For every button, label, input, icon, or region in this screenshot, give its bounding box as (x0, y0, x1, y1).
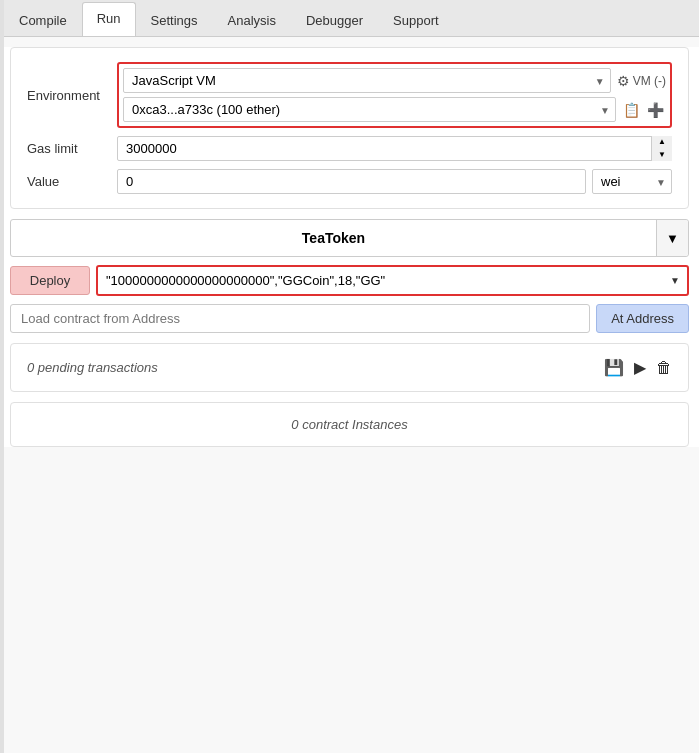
pending-row: 0 pending transactions 💾 ▶ 🗑 (27, 358, 672, 377)
deploy-args-input[interactable] (98, 267, 663, 294)
deploy-args-dropdown[interactable]: ▼ (663, 275, 687, 286)
trash-icon: 🗑 (656, 359, 672, 376)
load-address-input[interactable] (10, 304, 590, 333)
account-row: 0xca3...a733c (100 ether) ▼ 📋 ➕ (123, 97, 666, 122)
tab-support[interactable]: Support (378, 4, 454, 36)
pending-section: 0 pending transactions 💾 ▶ 🗑 (10, 343, 689, 392)
value-label: Value (27, 174, 117, 189)
value-unit-wrapper: wei gwei finney ether ▼ (592, 169, 672, 194)
vm-label: ⚙ VM (-) (617, 73, 666, 89)
contract-section: TeaToken ▼ Deploy ▼ At Address (10, 219, 689, 333)
contract-dropdown-button[interactable]: ▼ (656, 220, 688, 256)
pending-actions: 💾 ▶ 🗑 (604, 358, 672, 377)
contract-dropdown-icon: ▼ (666, 231, 679, 246)
tab-run[interactable]: Run (82, 2, 136, 36)
tab-compile[interactable]: Compile (4, 4, 82, 36)
gas-limit-label: Gas limit (27, 141, 117, 156)
environment-select[interactable]: JavaScript VM Injected Web3 Web3 Provide… (123, 68, 611, 93)
gas-limit-decrement[interactable]: ▼ (652, 149, 672, 162)
at-address-button[interactable]: At Address (596, 304, 689, 333)
copy-account-button[interactable]: 📋 (620, 99, 642, 121)
tab-debugger[interactable]: Debugger (291, 4, 378, 36)
value-row: Value wei gwei finney ether ▼ (27, 169, 672, 194)
contract-selector: TeaToken ▼ (10, 219, 689, 257)
deploy-args-wrapper: ▼ (96, 265, 689, 296)
save-icon: 💾 (604, 359, 624, 376)
env-row: JavaScript VM Injected Web3 Web3 Provide… (123, 68, 666, 93)
gas-spinners: ▲ ▼ (651, 136, 672, 161)
environment-select-wrapper: JavaScript VM Injected Web3 Web3 Provide… (123, 68, 611, 93)
gas-input-wrapper: ▲ ▼ (117, 136, 672, 161)
gas-limit-increment[interactable]: ▲ (652, 136, 672, 149)
deploy-row: Deploy ▼ (10, 265, 689, 296)
instances-section: 0 contract Instances (10, 402, 689, 447)
tab-settings[interactable]: Settings (136, 4, 213, 36)
vm-label-text: VM (-) (633, 74, 666, 88)
gear-icon: ⚙ (617, 73, 630, 89)
tab-analysis[interactable]: Analysis (213, 4, 291, 36)
contract-name: TeaToken (11, 222, 656, 254)
environment-row: Environment JavaScript VM Injected Web3 … (27, 62, 672, 128)
run-transactions-button[interactable]: ▶ (634, 358, 646, 377)
value-input[interactable] (117, 169, 586, 194)
highlighted-group: JavaScript VM Injected Web3 Web3 Provide… (117, 62, 672, 128)
account-select[interactable]: 0xca3...a733c (100 ether) (123, 97, 616, 122)
account-select-wrapper: 0xca3...a733c (100 ether) ▼ (123, 97, 616, 122)
address-row: At Address (10, 304, 689, 333)
save-transactions-button[interactable]: 💾 (604, 358, 624, 377)
form-section: Environment JavaScript VM Injected Web3 … (10, 47, 689, 209)
environment-label: Environment (27, 88, 117, 103)
nav-tabs: Compile Run Settings Analysis Debugger S… (0, 0, 699, 37)
gas-limit-row: Gas limit ▲ ▼ (27, 136, 672, 161)
sidebar-accent (0, 0, 4, 753)
add-account-button[interactable]: ➕ (644, 99, 666, 121)
main-content: Environment JavaScript VM Injected Web3 … (0, 47, 699, 447)
deploy-button[interactable]: Deploy (10, 266, 90, 295)
account-icons: 📋 ➕ (620, 99, 666, 121)
clear-transactions-button[interactable]: 🗑 (656, 358, 672, 377)
gas-limit-input[interactable] (117, 136, 672, 161)
instances-text: 0 contract Instances (27, 417, 672, 432)
value-input-group: wei gwei finney ether ▼ (117, 169, 672, 194)
value-unit-select[interactable]: wei gwei finney ether (592, 169, 672, 194)
play-icon: ▶ (634, 359, 646, 376)
pending-text: 0 pending transactions (27, 360, 158, 375)
